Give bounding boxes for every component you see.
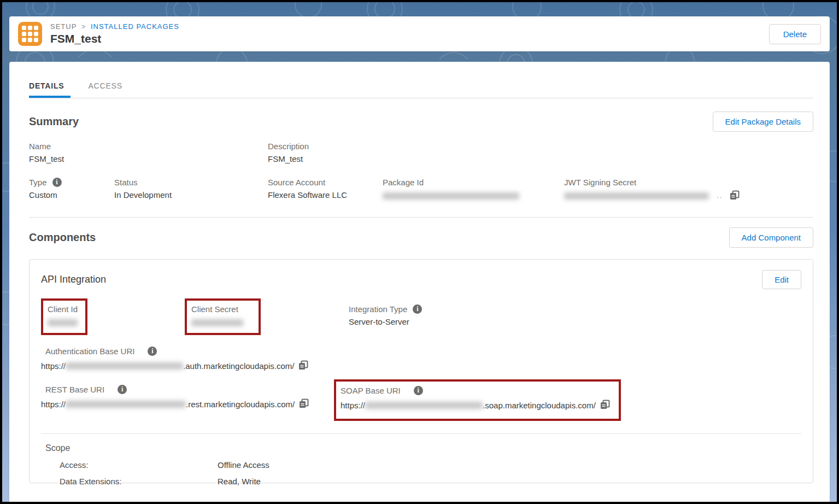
tab-details[interactable]: DETAILS (29, 81, 71, 98)
source-account-value: Flexera Software LLC (268, 190, 383, 200)
soap-uri-copy-icon[interactable] (600, 400, 610, 411)
breadcrumb-setup: SETUP (50, 22, 77, 31)
scope-data-extensions-value: Read, Write (218, 477, 261, 486)
field-name: Name FSM_test (29, 142, 268, 163)
status-value: In Development (114, 190, 268, 200)
api-integration-card: API Integration Edit Client Id Client Se… (29, 259, 813, 483)
field-source-account: Source Account Flexera Software LLC (268, 178, 383, 202)
soap-uri-prefix: https:// (341, 401, 365, 410)
page-background: SETUP > INSTALLED PACKAGES FSM_test Dele… (2, 2, 837, 502)
summary-header-row: Summary Edit Package Details (29, 112, 813, 132)
scope-access-label: Access: (45, 460, 218, 470)
components-header-row: Components Add Component (29, 227, 813, 248)
field-integration-type: Integration Type i Server-to-Server (349, 298, 422, 326)
page-header: SETUP > INSTALLED PACKAGES FSM_test Dele… (9, 16, 830, 51)
integration-type-label: Integration Type (349, 304, 407, 314)
client-id-redacted-value (48, 319, 78, 326)
status-label: Status (114, 178, 268, 187)
breadcrumb-installed-packages-link[interactable]: INSTALLED PACKAGES (91, 22, 179, 31)
rest-uri-redacted-host (66, 401, 186, 408)
description-label: Description (268, 142, 309, 151)
type-label: Type (29, 178, 47, 187)
auth-base-uri-info-icon[interactable]: i (148, 347, 157, 356)
scope-row-data-extensions: Data Extensions: Read, Write (45, 477, 801, 486)
source-account-label: Source Account (268, 178, 383, 187)
scope-data-extensions-label: Data Extensions: (45, 477, 218, 486)
header-text-block: SETUP > INSTALLED PACKAGES FSM_test (50, 22, 179, 45)
field-rest-base-uri: REST Base URI i https:// .rest.marketing… (41, 385, 334, 410)
field-jwt-signing-secret: JWT Signing Secret .. (564, 178, 740, 202)
rest-soap-row: REST Base URI i https:// .rest.marketing… (41, 385, 801, 421)
api-integration-header: API Integration Edit (41, 270, 801, 289)
soap-base-uri-annotation-box: SOAP Base URI i https:// .soap.marketing… (334, 379, 621, 421)
page-title: FSM_test (50, 32, 179, 45)
type-value: Custom (29, 190, 114, 200)
installed-packages-grid-icon (18, 22, 42, 46)
field-type: Type i Custom (29, 178, 114, 202)
scope-heading: Scope (45, 443, 801, 453)
add-component-button[interactable]: Add Component (729, 227, 813, 248)
field-soap-base-uri: SOAP Base URI i https:// .soap.marketing… (341, 386, 610, 411)
description-value: FSM_test (268, 154, 309, 163)
auth-uri-copy-icon[interactable] (298, 360, 308, 372)
components-heading: Components (29, 231, 96, 244)
delete-button[interactable]: Delete (769, 24, 821, 44)
field-client-secret: Client Secret (185, 298, 349, 335)
field-auth-base-uri: Authentication Base URI i https:// .auth… (41, 347, 801, 372)
summary-heading: Summary (29, 115, 79, 128)
rest-base-uri-info-icon[interactable]: i (118, 385, 127, 394)
integration-type-value: Server-to-Server (349, 317, 422, 326)
scope-section: Scope Access: Offline Access Data Extens… (41, 434, 801, 486)
main-content: DETAILS ACCESS Summary Edit Package Deta… (9, 62, 830, 502)
auth-uri-redacted-host (66, 362, 183, 370)
summary-components-divider (29, 217, 813, 218)
field-package-id: Package Id (383, 178, 564, 202)
package-id-label: Package Id (383, 178, 564, 187)
scope-access-value: Offline Access (218, 460, 269, 470)
jwt-copy-icon[interactable] (730, 190, 740, 202)
field-client-id: Client Id (41, 298, 185, 335)
package-id-redacted-value (383, 192, 519, 200)
soap-uri-suffix: .soap.marketingcloudapis.com/ (483, 401, 596, 410)
rest-uri-copy-icon[interactable] (299, 398, 309, 410)
rest-uri-suffix: .rest.marketingcloudapis.com/ (186, 400, 295, 409)
name-value: FSM_test (29, 154, 268, 163)
summary-row-2: Type i Custom Status In Development Sour… (29, 178, 813, 202)
breadcrumb-separator: > (81, 22, 86, 31)
jwt-label: JWT Signing Secret (564, 178, 740, 187)
auth-base-uri-label: Authentication Base URI (45, 347, 134, 356)
summary-row-1: Name FSM_test Description FSM_test (29, 142, 813, 163)
edit-package-details-button[interactable]: Edit Package Details (713, 112, 813, 132)
scope-row-access: Access: Offline Access (45, 460, 801, 470)
client-secret-label: Client Secret (191, 304, 243, 314)
tab-access[interactable]: ACCESS (88, 81, 126, 98)
name-label: Name (29, 142, 268, 151)
jwt-redacted-value (564, 192, 709, 200)
client-secret-annotation-box: Client Secret (185, 298, 261, 335)
integration-type-info-icon[interactable]: i (413, 304, 422, 314)
api-integration-title: API Integration (41, 274, 106, 285)
soap-uri-redacted-host (365, 402, 483, 409)
soap-base-uri-label: SOAP Base URI (341, 386, 401, 395)
soap-base-uri-info-icon[interactable]: i (414, 386, 423, 395)
breadcrumb: SETUP > INSTALLED PACKAGES (50, 22, 179, 31)
type-info-icon[interactable]: i (52, 178, 62, 187)
client-id-label: Client Id (48, 304, 78, 314)
field-status: Status In Development (114, 178, 268, 202)
edit-api-integration-button[interactable]: Edit (762, 270, 801, 289)
tab-bar: DETAILS ACCESS (29, 62, 813, 98)
client-secret-redacted-value (191, 319, 243, 326)
rest-uri-prefix: https:// (41, 400, 66, 409)
jwt-truncation-dots: .. (717, 191, 723, 200)
client-id-annotation-box: Client Id (41, 298, 87, 335)
auth-uri-prefix: https:// (41, 361, 66, 371)
api-credentials-row: Client Id Client Secret Integration Type… (41, 298, 801, 335)
auth-uri-suffix: .auth.marketingcloudapis.com/ (183, 361, 294, 371)
rest-base-uri-label: REST Base URI (45, 385, 104, 394)
field-description: Description FSM_test (268, 142, 309, 163)
